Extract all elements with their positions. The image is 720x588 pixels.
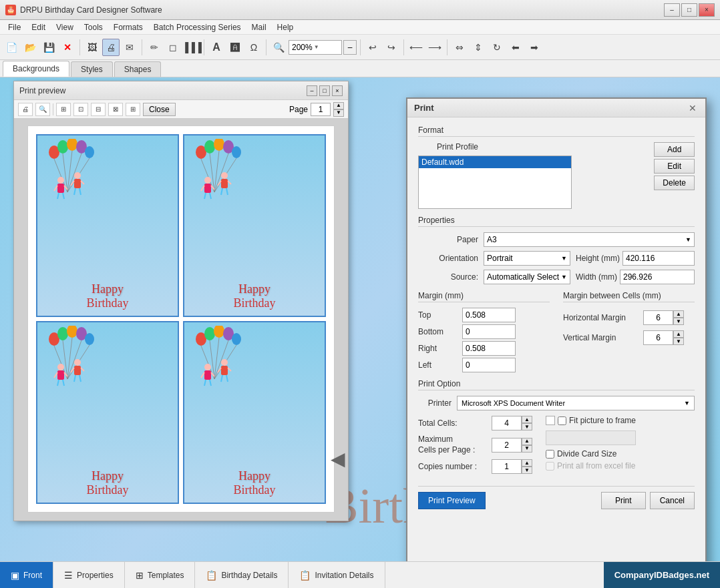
minimize-button[interactable]: – bbox=[664, 3, 680, 17]
pp-close-label-button[interactable]: Close bbox=[143, 103, 176, 116]
print-preview-button[interactable]: Print Preview bbox=[418, 492, 486, 509]
undo-button[interactable]: ↩ bbox=[364, 39, 381, 56]
pp-view-btn1[interactable]: ⊞ bbox=[56, 103, 71, 116]
pp-print-button[interactable]: 🖨 bbox=[18, 103, 33, 116]
pp-view-btn5[interactable]: ⊞ bbox=[126, 103, 140, 116]
pp-zoom-btn1[interactable]: 🔍 bbox=[35, 103, 50, 116]
top-input[interactable] bbox=[462, 308, 516, 322]
width-value[interactable]: 296.926 bbox=[620, 270, 695, 284]
status-tab-invitation-details[interactable]: 📋 Invitation Details bbox=[289, 562, 385, 589]
close-button[interactable]: × bbox=[699, 3, 715, 17]
cancel-button[interactable]: Cancel bbox=[650, 492, 695, 509]
redo-button[interactable]: ↪ bbox=[383, 39, 400, 56]
svg-rect-17 bbox=[74, 179, 81, 188]
pp-minimize-button[interactable]: – bbox=[307, 85, 317, 96]
divide-card-checkbox[interactable] bbox=[546, 450, 554, 459]
edit-profile-button[interactable]: Edit bbox=[654, 159, 695, 174]
h-margin-down[interactable]: ▼ bbox=[673, 318, 684, 325]
fit-picture-checkbox[interactable] bbox=[558, 416, 566, 425]
text-button[interactable]: A bbox=[208, 39, 225, 56]
copies-up[interactable]: ▲ bbox=[522, 459, 532, 467]
draw-button[interactable]: ✏ bbox=[146, 39, 163, 56]
divide-card-label: Divide Card Size bbox=[557, 449, 616, 459]
open-button[interactable]: 📂 bbox=[21, 39, 39, 56]
print-excel-checkbox[interactable] bbox=[546, 462, 554, 471]
pp-view-btn3[interactable]: ⊟ bbox=[91, 103, 106, 116]
menu-view[interactable]: View bbox=[51, 21, 79, 33]
left-input[interactable] bbox=[462, 358, 516, 372]
copies-down[interactable]: ▼ bbox=[522, 467, 532, 474]
new-button[interactable]: 📄 bbox=[3, 39, 20, 56]
profile-item-default[interactable]: Default.wdd bbox=[419, 156, 571, 168]
menu-edit[interactable]: Edit bbox=[26, 21, 51, 33]
align-right-button[interactable]: ⟶ bbox=[426, 39, 443, 56]
pp-view-btn2[interactable]: ⊡ bbox=[73, 103, 88, 116]
tab-backgrounds[interactable]: Backgrounds bbox=[3, 61, 69, 77]
margin-section: Margin (mm) Top Bottom Right Left bbox=[418, 291, 550, 372]
next-button[interactable]: ➡ bbox=[526, 39, 543, 56]
max-cells-input[interactable] bbox=[492, 438, 522, 453]
source-select[interactable]: Automatically Select ▼ bbox=[484, 270, 570, 284]
orientation-select[interactable]: Portrait ▼ bbox=[484, 251, 570, 266]
shape-button[interactable]: ◻ bbox=[164, 39, 182, 56]
printer-select[interactable]: Microsoft XPS Document Writer ▼ bbox=[457, 396, 695, 410]
barcode-button[interactable]: ▐▐▐ bbox=[183, 39, 200, 56]
flip-v-button[interactable]: ⇕ bbox=[470, 39, 487, 56]
delete-profile-button[interactable]: Delete bbox=[654, 176, 695, 190]
max-cells-up[interactable]: ▲ bbox=[522, 438, 532, 445]
h-margin-up[interactable]: ▲ bbox=[673, 310, 684, 318]
tab-styles[interactable]: Styles bbox=[71, 61, 113, 77]
v-margin-up[interactable]: ▲ bbox=[673, 330, 684, 338]
menu-mail[interactable]: Mail bbox=[246, 21, 272, 33]
email-button[interactable]: ✉ bbox=[121, 39, 138, 56]
zoom-in-button[interactable]: 🔍 bbox=[270, 39, 287, 56]
close-file-button[interactable]: ✕ bbox=[59, 39, 76, 56]
status-tab-front[interactable]: ▣ Front bbox=[0, 562, 53, 589]
print-dialog-close-icon[interactable]: ✕ bbox=[687, 102, 699, 114]
save-button[interactable]: 💾 bbox=[40, 39, 57, 56]
flip-h-button[interactable]: ⇔ bbox=[451, 39, 468, 56]
menu-tools[interactable]: Tools bbox=[79, 21, 108, 33]
horizontal-margin-input[interactable] bbox=[643, 310, 673, 325]
right-input[interactable] bbox=[462, 341, 516, 356]
align-left-button[interactable]: ⟵ bbox=[407, 39, 425, 56]
image-button[interactable]: 🖼 bbox=[83, 39, 101, 56]
status-tab-templates[interactable]: ⊞ Templates bbox=[125, 562, 196, 589]
bottom-input[interactable] bbox=[462, 324, 516, 339]
pp-page-up[interactable]: ▲ bbox=[333, 102, 344, 109]
maximize-button[interactable]: □ bbox=[681, 3, 697, 17]
add-profile-button[interactable]: Add bbox=[654, 142, 695, 157]
pp-maximize-button[interactable]: □ bbox=[319, 85, 330, 96]
copies-label: Copies number : bbox=[418, 462, 492, 471]
menu-help[interactable]: Help bbox=[272, 21, 299, 33]
pp-close-button[interactable]: × bbox=[332, 85, 343, 96]
menu-file[interactable]: File bbox=[3, 21, 26, 33]
richtext-button[interactable]: 🅰 bbox=[226, 39, 244, 56]
svg-line-34 bbox=[201, 186, 204, 191]
pp-view-btn4[interactable]: ⊠ bbox=[108, 103, 123, 116]
total-cells-up[interactable]: ▲ bbox=[522, 416, 532, 423]
status-tab-properties[interactable]: ☰ Properties bbox=[53, 562, 125, 589]
total-cells-input[interactable] bbox=[492, 416, 522, 430]
tab-shapes[interactable]: Shapes bbox=[114, 61, 162, 77]
zoom-decrease-button[interactable]: – bbox=[343, 40, 357, 55]
prev-button[interactable]: ⬅ bbox=[507, 39, 524, 56]
print-action-button[interactable]: Print bbox=[601, 492, 646, 509]
rotate-button[interactable]: ↻ bbox=[488, 39, 506, 56]
print-button[interactable]: 🖨 bbox=[102, 39, 120, 56]
symbol-button[interactable]: Ω bbox=[245, 39, 262, 56]
total-cells-down[interactable]: ▼ bbox=[522, 423, 532, 430]
height-value[interactable]: 420.116 bbox=[622, 251, 695, 266]
pp-page-input[interactable] bbox=[311, 103, 331, 116]
paper-select[interactable]: A3 ▼ bbox=[484, 232, 695, 247]
v-margin-down[interactable]: ▼ bbox=[673, 338, 684, 345]
max-cells-down[interactable]: ▼ bbox=[522, 445, 532, 453]
status-tab-birthday-details[interactable]: 📋 Birthday Details bbox=[195, 562, 289, 589]
vertical-margin-input[interactable] bbox=[643, 330, 673, 345]
menu-batch[interactable]: Batch Processing Series bbox=[148, 21, 246, 33]
pp-page-down[interactable]: ▼ bbox=[333, 109, 344, 117]
templates-tab-label: Templates bbox=[148, 571, 184, 580]
copies-input[interactable] bbox=[492, 459, 522, 474]
print-preview-paper: Happy Birthday bbox=[27, 125, 335, 513]
menu-formats[interactable]: Formats bbox=[108, 21, 148, 33]
